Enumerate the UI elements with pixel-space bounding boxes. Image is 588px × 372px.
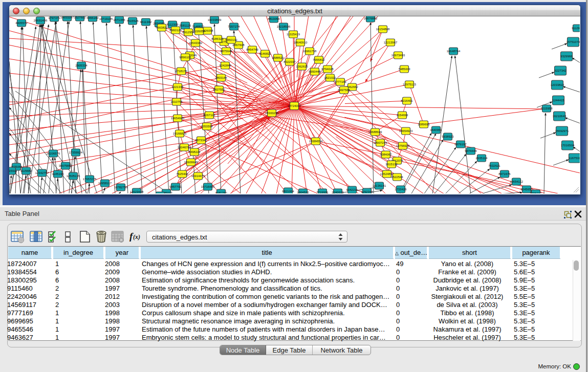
svg-text:9042211: 9042211 <box>346 188 359 191</box>
svg-text:2522544: 2522544 <box>391 176 403 179</box>
svg-text:1797371: 1797371 <box>48 16 60 19</box>
svg-text:1112906: 1112906 <box>572 27 580 30</box>
svg-text:1115682: 1115682 <box>20 169 32 172</box>
svg-text:7632621: 7632621 <box>488 164 500 167</box>
svg-text:1640951: 1640951 <box>430 128 442 132</box>
svg-text:11325419: 11325419 <box>287 33 300 36</box>
svg-text:2935114: 2935114 <box>476 157 488 160</box>
svg-text:8827552: 8827552 <box>213 88 225 91</box>
svg-text:7719931: 7719931 <box>316 191 329 193</box>
svg-text:1221336: 1221336 <box>171 85 184 89</box>
svg-text:8471676: 8471676 <box>498 172 511 176</box>
svg-text:4405572: 4405572 <box>15 21 28 25</box>
svg-text:8216401: 8216401 <box>401 99 413 102</box>
svg-text:9084067: 9084067 <box>380 153 392 156</box>
svg-text:16154808: 16154808 <box>376 28 390 31</box>
svg-text:12505135: 12505135 <box>67 174 80 178</box>
svg-text:9611342: 9611342 <box>140 20 153 24</box>
svg-text:18724007: 18724007 <box>288 104 301 107</box>
svg-text:6879197: 6879197 <box>454 143 467 146</box>
svg-text:7181290: 7181290 <box>215 191 227 193</box>
svg-text:1010755: 1010755 <box>170 100 183 103</box>
svg-text:5498222: 5498222 <box>188 150 201 154</box>
svg-text:8454749: 8454749 <box>246 48 258 51</box>
svg-text:9242848: 9242848 <box>219 64 231 67</box>
svg-text:16961758: 16961758 <box>303 50 317 53</box>
svg-text:2803144: 2803144 <box>215 76 227 79</box>
svg-text:1527602: 1527602 <box>74 16 86 19</box>
svg-text:10654112: 10654112 <box>510 180 524 183</box>
svg-text:8186323: 8186323 <box>211 37 224 40</box>
svg-text:6794028: 6794028 <box>321 68 334 71</box>
svg-text:12213967: 12213967 <box>384 41 398 44</box>
svg-text:19166825: 19166825 <box>173 132 187 135</box>
svg-text:9146821: 9146821 <box>259 52 271 55</box>
svg-text:8112309: 8112309 <box>167 23 179 26</box>
svg-text:2867608: 2867608 <box>232 43 245 47</box>
svg-text:19654985: 19654985 <box>171 117 185 120</box>
svg-text:1904522: 1904522 <box>297 191 309 193</box>
svg-text:16782759: 16782759 <box>114 186 128 189</box>
svg-text:3915911: 3915911 <box>9 169 17 172</box>
svg-text:20876882: 20876882 <box>364 17 378 20</box>
svg-text:1733426: 1733426 <box>395 188 407 191</box>
svg-text:1615132: 1615132 <box>385 163 398 166</box>
svg-text:18907249: 18907249 <box>374 141 387 144</box>
svg-text:9457791: 9457791 <box>169 185 182 188</box>
svg-text:8990448: 8990448 <box>309 70 321 73</box>
svg-text:9777169: 9777169 <box>334 80 346 83</box>
svg-text:5581126: 5581126 <box>180 24 192 27</box>
svg-text:3875645: 3875645 <box>220 50 232 53</box>
svg-text:10973493: 10973493 <box>391 54 405 57</box>
svg-text:18640910: 18640910 <box>294 41 308 44</box>
svg-text:1353594: 1353594 <box>201 125 213 128</box>
svg-text:1588520: 1588520 <box>272 56 284 59</box>
svg-text:15716485: 15716485 <box>201 185 215 188</box>
svg-text:30975887: 30975887 <box>59 164 73 167</box>
svg-text:1621022: 1621022 <box>324 76 336 79</box>
svg-text:8960125: 8960125 <box>169 29 182 32</box>
svg-text:8322037: 8322037 <box>284 60 296 63</box>
svg-text:18300295: 18300295 <box>265 112 279 115</box>
svg-text:16033809: 16033809 <box>208 18 222 21</box>
svg-text:5460132: 5460132 <box>225 38 237 41</box>
svg-text:7625402: 7625402 <box>176 172 188 176</box>
svg-text:14136141: 14136141 <box>373 184 386 187</box>
svg-text:17016504: 17016504 <box>561 144 575 147</box>
svg-text:9896101: 9896101 <box>179 56 191 59</box>
svg-text:17359924: 17359924 <box>69 151 83 154</box>
svg-text:20206576: 20206576 <box>47 152 60 155</box>
svg-text:9245652: 9245652 <box>520 188 533 191</box>
svg-text:13654923: 13654923 <box>399 129 413 133</box>
svg-text:12342757: 12342757 <box>35 171 49 174</box>
svg-text:1089695: 1089695 <box>418 123 430 126</box>
svg-text:7663822: 7663822 <box>156 26 168 29</box>
svg-text:(x): (x) <box>133 233 140 240</box>
svg-text:1244415: 1244415 <box>552 99 564 102</box>
svg-text:7515526: 7515526 <box>126 19 139 23</box>
svg-text:16210643: 16210643 <box>553 115 567 118</box>
svg-text:8821004: 8821004 <box>282 190 294 193</box>
svg-text:15909948: 15909948 <box>184 161 198 164</box>
svg-text:7357274: 7357274 <box>228 25 240 28</box>
svg-text:8813054: 8813054 <box>268 17 280 20</box>
svg-text:12975115: 12975115 <box>403 83 417 86</box>
svg-text:1362615: 1362615 <box>296 65 308 68</box>
svg-text:16914479: 16914479 <box>191 174 205 178</box>
svg-text:6497568: 6497568 <box>338 89 350 92</box>
svg-text:8873342: 8873342 <box>195 139 207 142</box>
svg-text:19218506: 19218506 <box>277 25 291 28</box>
svg-text:10719185: 10719185 <box>99 17 113 20</box>
svg-text:1167531: 1167531 <box>569 157 580 160</box>
svg-text:10688609: 10688609 <box>368 130 382 134</box>
svg-text:2718176: 2718176 <box>175 70 187 73</box>
svg-text:10046788: 10046788 <box>178 146 191 149</box>
svg-text:1671355: 1671355 <box>113 18 125 21</box>
svg-text:15692971: 15692971 <box>555 129 569 133</box>
svg-text:16543382: 16543382 <box>189 41 203 45</box>
svg-text:1292344: 1292344 <box>361 190 373 193</box>
svg-text:7955812: 7955812 <box>313 58 325 61</box>
svg-text:3215958: 3215958 <box>540 107 553 110</box>
svg-text:10653287: 10653287 <box>60 16 74 19</box>
svg-text:2240613: 2240613 <box>332 191 344 193</box>
